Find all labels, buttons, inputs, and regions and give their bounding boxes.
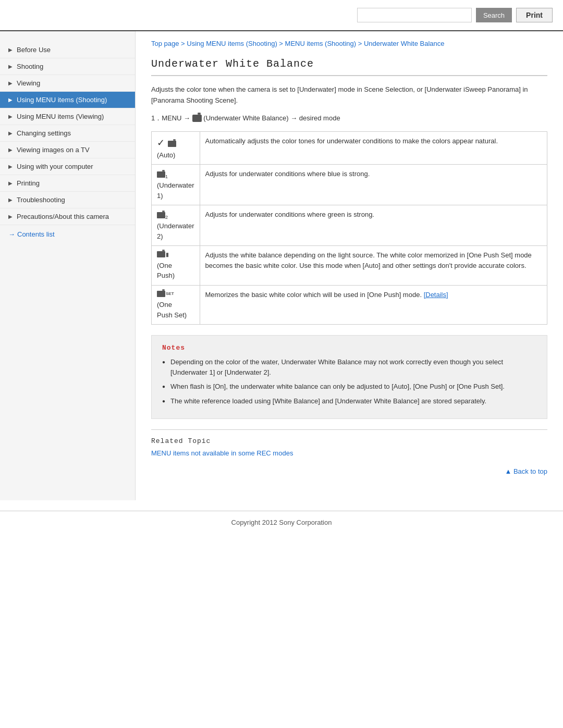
sidebar-item-shooting[interactable]: ▶ Shooting: [0, 58, 135, 75]
breadcrumb-using-menu-shooting[interactable]: Using MENU items (Shooting): [187, 40, 277, 47]
camera-icon-u2: [157, 212, 165, 218]
sidebar-item-using-with-computer[interactable]: ▶ Using with your computer: [0, 158, 135, 175]
related-topic-title: Related Topic: [151, 437, 547, 445]
sidebar-label: Viewing images on a TV: [17, 146, 90, 154]
arrow-icon: ▶: [8, 97, 13, 103]
checkmark-icon: ✓: [157, 138, 165, 148]
layout: ▶ Before Use ▶ Shooting ▶ Viewing ▶ Usin…: [0, 31, 563, 500]
table-desc-cell: Adjusts for underwater conditions where …: [200, 205, 547, 246]
sidebar-item-precautions[interactable]: ▶ Precautions/About this camera: [0, 208, 135, 225]
table-desc-cell: Memorizes the basic white color which wi…: [200, 285, 547, 325]
contents-list-label: Contents list: [17, 230, 55, 238]
table-icon-cell: 1 (Underwater1): [152, 165, 200, 205]
notes-item: When flash is [On], the underwater white…: [162, 381, 536, 392]
arrow-right-icon: →: [8, 230, 15, 238]
sidebar-label: Using MENU items (Viewing): [17, 113, 104, 120]
notes-title: Notes: [162, 344, 536, 352]
breadcrumb-menu-items-shooting[interactable]: MENU items (Shooting): [285, 40, 357, 47]
table-row: ✓ (Auto) Automatically adjusts the color…: [152, 131, 547, 165]
table-desc-cell: Automatically adjusts the color tones fo…: [200, 131, 547, 165]
sidebar-label: Precautions/About this camera: [17, 213, 109, 220]
sidebar-item-changing-settings[interactable]: ▶ Changing settings: [0, 125, 135, 142]
arrow-icon: ▶: [8, 164, 13, 169]
icon-label: (Underwater1): [157, 181, 194, 200]
camera-icon-ops: SET: [157, 291, 174, 297]
table-icon-cell: SET (OnePush Set): [152, 285, 200, 325]
table-row: 1 (Underwater1) Adjusts for underwater c…: [152, 165, 547, 205]
search-input[interactable]: [357, 8, 472, 22]
site-title: Cyber-shot User Guide: [0, 9, 182, 22]
arrow-icon: ▶: [8, 180, 13, 186]
wb-table: ✓ (Auto) Automatically adjusts the color…: [151, 131, 547, 325]
icon-label: (Auto): [157, 151, 175, 159]
sidebar-item-using-menu-viewing[interactable]: ▶ Using MENU items (Viewing): [0, 108, 135, 125]
breadcrumb: Top page > Using MENU items (Shooting) >…: [151, 40, 547, 47]
arrow-icon: ▶: [8, 197, 13, 203]
table-row: 2 (Underwater2) Adjusts for underwater c…: [152, 205, 547, 246]
breadcrumb-underwater-wb[interactable]: Underwater White Balance: [364, 40, 445, 47]
notes-box: Notes Depending on the color of the wate…: [151, 335, 547, 419]
arrow-icon: ▶: [8, 64, 13, 69]
arrow-icon: ▶: [8, 47, 13, 53]
arrow-icon: ▶: [8, 80, 13, 86]
arrow-icon: ▶: [8, 130, 13, 136]
sidebar-label: Using with your computer: [17, 163, 93, 170]
sidebar-label: Shooting: [17, 63, 43, 70]
camera-icon-op: ▮: [157, 251, 169, 258]
notes-list: Depending on the color of the water, Und…: [162, 357, 536, 406]
page-description: Adjusts the color tone when the camera i…: [151, 84, 547, 106]
header: Cyber-shot User Guide Search Print: [0, 0, 563, 31]
menu-instruction: 1．MENU → (Underwater White Balance) → de…: [151, 114, 547, 123]
sidebar-item-using-menu-shooting[interactable]: ▶ Using MENU items (Shooting): [0, 92, 135, 108]
icon-label: (Underwater2): [157, 222, 194, 240]
camera-icon-u1: [157, 171, 165, 178]
header-controls: Search Print: [357, 8, 563, 22]
table-icon-cell: ✓ (Auto): [152, 131, 200, 165]
arrow-icon: ▶: [8, 147, 13, 153]
main-content: Top page > Using MENU items (Shooting) >…: [136, 31, 563, 500]
sidebar-label: Using MENU items (Shooting): [17, 96, 107, 104]
back-to-top-link[interactable]: ▲ Back to top: [505, 467, 547, 475]
arrow-icon: ▶: [8, 114, 13, 119]
sidebar-label: Before Use: [17, 46, 51, 54]
notes-item: Depending on the color of the water, Und…: [162, 357, 536, 377]
sidebar-item-viewing[interactable]: ▶ Viewing: [0, 75, 135, 92]
contents-list-link[interactable]: → Contents list: [0, 225, 135, 243]
sidebar: ▶ Before Use ▶ Shooting ▶ Viewing ▶ Usin…: [0, 31, 136, 500]
table-row: ▮ (OnePush) Adjusts the white balance de…: [152, 246, 547, 286]
table-desc-cell: Adjusts for underwater conditions where …: [200, 165, 547, 205]
sidebar-label: Viewing: [17, 79, 40, 87]
camera-icon-small: [168, 141, 176, 147]
back-to-top: ▲ Back to top: [151, 467, 547, 475]
sidebar-item-printing[interactable]: ▶ Printing: [0, 175, 135, 192]
table-icon-cell: ▮ (OnePush): [152, 246, 200, 286]
table-row: SET (OnePush Set) Memorizes the basic wh…: [152, 285, 547, 325]
footer: Copyright 2012 Sony Corporation: [0, 511, 563, 534]
page-title: Underwater White Balance: [151, 58, 547, 76]
sidebar-item-viewing-on-tv[interactable]: ▶ Viewing images on a TV: [0, 142, 135, 158]
breadcrumb-top[interactable]: Top page: [151, 40, 179, 47]
sidebar-item-troubleshooting[interactable]: ▶ Troubleshooting: [0, 192, 135, 208]
table-desc-cell: Adjusts the white balance depending on t…: [200, 246, 547, 286]
icon-label: (OnePush Set): [157, 301, 187, 319]
copyright-text: Copyright 2012 Sony Corporation: [231, 519, 332, 526]
related-topic-link[interactable]: MENU items not available in some REC mod…: [151, 449, 293, 457]
related-topic: Related Topic MENU items not available i…: [151, 429, 547, 457]
details-link[interactable]: [Details]: [424, 291, 448, 299]
notes-item: The white reference loaded using [White …: [162, 396, 536, 406]
sidebar-item-before-use[interactable]: ▶ Before Use: [0, 42, 135, 58]
print-button[interactable]: Print: [516, 8, 553, 22]
sidebar-label: Printing: [17, 179, 40, 187]
table-icon-cell: 2 (Underwater2): [152, 205, 200, 246]
arrow-icon: ▶: [8, 214, 13, 219]
sidebar-label: Changing settings: [17, 129, 71, 137]
sidebar-label: Troubleshooting: [17, 196, 65, 204]
search-button[interactable]: Search: [476, 8, 512, 22]
camera-icon: [192, 115, 202, 122]
icon-label: (OnePush): [157, 262, 175, 280]
